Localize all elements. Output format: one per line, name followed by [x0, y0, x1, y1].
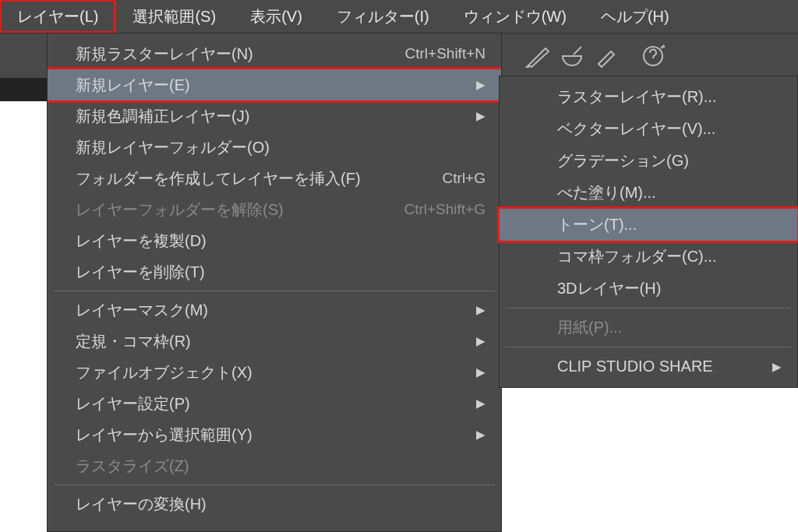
submenu-item-2[interactable]: グラデーション(G)	[504, 145, 793, 177]
menu-item-label: レイヤーマスク(M)	[76, 300, 208, 321]
menubar-item-5[interactable]: ヘルプ(H)	[584, 0, 687, 33]
menu-item-0[interactable]: 新規ラスターレイヤー(N)Ctrl+Shift+N	[52, 38, 496, 69]
menu-separator	[506, 308, 791, 308]
submenu-item-label: 3Dレイヤー(H)	[557, 278, 661, 299]
chevron-right-icon: ▶	[476, 303, 486, 317]
menu-item-7[interactable]: レイヤーを削除(T)	[52, 256, 496, 287]
chevron-right-icon: ▶	[476, 365, 486, 379]
menu-item-label: ファイルオブジェクト(X)	[76, 362, 252, 383]
menubar-item-4[interactable]: ウィンドウ(W)	[447, 0, 584, 33]
submenu-item-label: べた塗り(M)...	[557, 182, 656, 203]
menu-item-label: 新規ラスターレイヤー(N)	[76, 44, 253, 65]
menu-separator	[506, 347, 791, 347]
chevron-right-icon: ▶	[772, 360, 782, 374]
menubar-item-2[interactable]: 表示(V)	[233, 0, 320, 33]
menu-item-13[interactable]: レイヤーから選択範囲(Y)▶	[52, 419, 496, 450]
menu-item-label: 新規レイヤー(E)	[76, 75, 190, 96]
menu-item-label: フォルダーを作成してレイヤーを挿入(F)	[76, 168, 361, 189]
submenu-item-8: 用紙(P)...	[504, 312, 793, 344]
menu-item-4[interactable]: フォルダーを作成してレイヤーを挿入(F)Ctrl+G	[52, 163, 496, 194]
mortar-icon[interactable]	[556, 41, 588, 72]
chevron-right-icon: ▶	[476, 78, 486, 92]
menu-item-16[interactable]: レイヤーの変換(H)	[52, 488, 496, 520]
menu-separator	[54, 484, 495, 485]
menu-item-label: レイヤーから選択範囲(Y)	[76, 425, 252, 446]
menubar: レイヤー(L)選択範囲(S)表示(V)フィルター(I)ウィンドウ(W)ヘルプ(H…	[0, 0, 798, 33]
menu-item-label: レイヤーフォルダーを解除(S)	[76, 199, 284, 220]
submenu-item-label: ラスターレイヤー(R)...	[557, 86, 716, 107]
submenu-item-6[interactable]: 3Dレイヤー(H)	[504, 273, 793, 305]
menu-item-3[interactable]: 新規レイヤーフォルダー(O)	[52, 132, 496, 163]
menubar-item-3[interactable]: フィルター(I)	[320, 0, 447, 33]
layer-menu-dropdown: 新規ラスターレイヤー(N)Ctrl+Shift+N新規レイヤー(E)▶新規色調補…	[47, 33, 502, 532]
chevron-right-icon: ▶	[476, 334, 486, 348]
brush-icon[interactable]	[522, 41, 553, 72]
submenu-item-3[interactable]: べた塗り(M)...	[504, 177, 793, 209]
brush2-icon[interactable]	[591, 41, 622, 72]
help-icon[interactable]	[637, 41, 669, 72]
menu-item-2[interactable]: 新規色調補正レイヤー(J)▶	[52, 100, 496, 132]
menu-item-shortcut: Ctrl+G	[443, 170, 486, 187]
submenu-item-0[interactable]: ラスターレイヤー(R)...	[504, 81, 793, 113]
submenu-item-label: コマ枠フォルダー(C)...	[557, 246, 716, 267]
menu-item-14: ラスタライズ(Z)	[52, 450, 496, 481]
submenu-item-label: 用紙(P)...	[557, 317, 622, 338]
menu-item-label: レイヤー設定(P)	[76, 393, 190, 414]
chevron-right-icon: ▶	[476, 428, 486, 442]
menu-item-6[interactable]: レイヤーを複製(D)	[52, 225, 496, 256]
submenu-item-10[interactable]: CLIP STUDIO SHARE▶	[504, 351, 793, 382]
menu-item-label: 新規レイヤーフォルダー(O)	[76, 137, 270, 158]
menu-separator	[54, 291, 495, 291]
menu-item-9[interactable]: レイヤーマスク(M)▶	[52, 294, 496, 326]
submenu-item-label: グラデーション(G)	[557, 150, 689, 171]
submenu-item-label: トーン(T)...	[557, 214, 637, 235]
chevron-right-icon: ▶	[476, 396, 486, 410]
menu-item-shortcut: Ctrl+Shift+N	[405, 45, 486, 62]
menu-item-12[interactable]: レイヤー設定(P)▶	[52, 388, 496, 419]
submenu-item-label: ベクターレイヤー(V)...	[557, 118, 715, 139]
submenu-item-label: CLIP STUDIO SHARE	[557, 358, 713, 375]
menu-item-10[interactable]: 定規・コマ枠(R)▶	[52, 326, 496, 357]
submenu-item-4[interactable]: トーン(T)...	[500, 209, 797, 241]
chevron-right-icon: ▶	[476, 109, 486, 123]
menu-item-5: レイヤーフォルダーを解除(S)Ctrl+Shift+G	[52, 194, 496, 225]
menu-item-label: レイヤーを削除(T)	[76, 262, 205, 283]
menu-item-label: レイヤーを複製(D)	[76, 231, 207, 252]
menu-item-1[interactable]: 新規レイヤー(E)▶	[48, 69, 501, 100]
menubar-item-1[interactable]: 選択範囲(S)	[115, 0, 233, 33]
menu-item-label: ラスタライズ(Z)	[76, 456, 189, 477]
menubar-item-0[interactable]: レイヤー(L)	[0, 0, 115, 33]
menu-item-label: レイヤーの変換(H)	[76, 494, 207, 515]
menu-item-shortcut: Ctrl+Shift+G	[404, 201, 486, 218]
new-layer-submenu: ラスターレイヤー(R)...ベクターレイヤー(V)...グラデーション(G)べた…	[499, 76, 798, 388]
submenu-item-5[interactable]: コマ枠フォルダー(C)...	[504, 241, 793, 273]
menu-item-label: 新規色調補正レイヤー(J)	[76, 106, 249, 127]
submenu-item-1[interactable]: ベクターレイヤー(V)...	[504, 113, 793, 145]
menu-item-label: 定規・コマ枠(R)	[76, 331, 191, 352]
menu-item-11[interactable]: ファイルオブジェクト(X)▶	[52, 357, 496, 388]
